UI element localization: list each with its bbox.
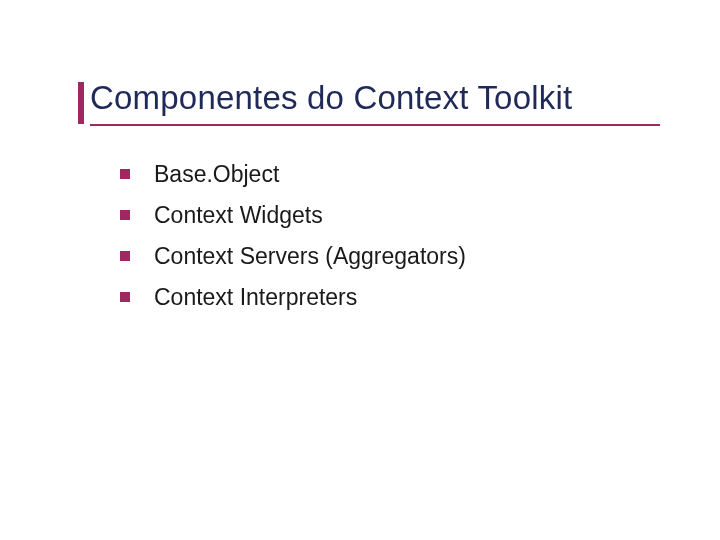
square-bullet-icon [120,210,130,220]
bullet-text: Context Widgets [154,199,323,231]
title-accent-bar [78,82,84,124]
bullet-text: Base.Object [154,158,279,190]
slide-container: Componentes do Context Toolkit Base.Obje… [0,0,720,540]
square-bullet-icon [120,169,130,179]
list-item: Context Interpreters [120,281,660,313]
title-block: Componentes do Context Toolkit [90,78,660,126]
bullet-text: Context Interpreters [154,281,357,313]
title-underline [90,124,660,126]
list-item: Context Servers (Aggregators) [120,240,660,272]
square-bullet-icon [120,292,130,302]
bullet-list: Base.Object Context Widgets Context Serv… [90,158,660,314]
list-item: Context Widgets [120,199,660,231]
slide-title: Componentes do Context Toolkit [90,78,660,118]
list-item: Base.Object [120,158,660,190]
square-bullet-icon [120,251,130,261]
bullet-text: Context Servers (Aggregators) [154,240,466,272]
